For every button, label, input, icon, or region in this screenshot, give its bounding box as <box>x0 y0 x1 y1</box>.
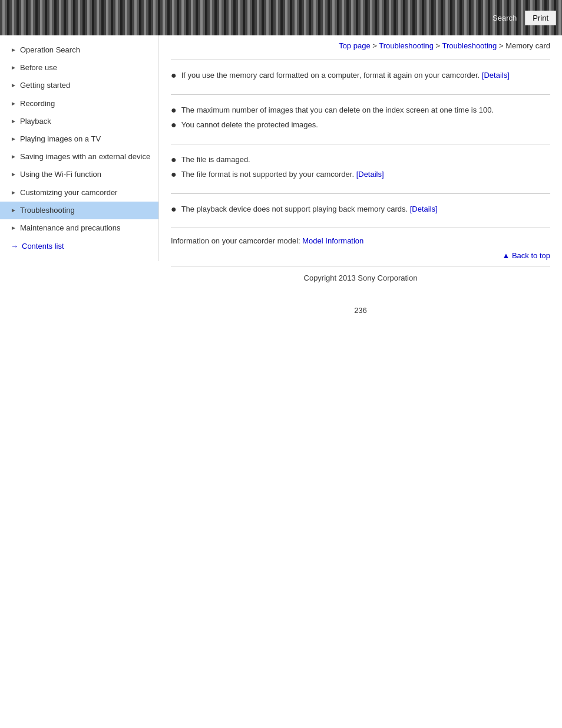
sidebar-item-label: Playing images on a TV <box>20 134 101 144</box>
search-button[interactable]: Search <box>488 11 521 25</box>
model-info-text: Information on your camcorder model: <box>171 236 300 245</box>
back-to-top: ▲ Back to top <box>171 249 550 266</box>
bullet-text: The file format is not supported by your… <box>181 169 384 180</box>
contents-list-link[interactable]: → Contents list <box>0 237 158 255</box>
bullet-item: ● If you use the memory card formatted o… <box>171 70 550 81</box>
bullet-item: ● The playback device does not support p… <box>171 203 550 215</box>
sidebar-item-2[interactable]: ►Getting started <box>0 77 158 94</box>
sidebar: ►Operation Search►Before use►Getting sta… <box>0 35 159 261</box>
main-content: Top page > Troubleshooting > Troubleshoo… <box>159 35 562 327</box>
back-to-top-link[interactable]: ▲ Back to top <box>502 251 550 260</box>
sidebar-item-8[interactable]: ►Customizing your camcorder <box>0 184 158 202</box>
breadcrumb-part1[interactable]: Troubleshooting <box>379 41 434 50</box>
bullet-text: The maximum number of images that you ca… <box>181 104 494 116</box>
sidebar-item-0[interactable]: ►Operation Search <box>0 41 158 59</box>
bullet-icon: ● <box>171 120 177 130</box>
sidebar-item-5[interactable]: ►Playing images on a TV <box>0 130 158 148</box>
page-layout: ►Operation Search►Before use►Getting sta… <box>0 35 562 327</box>
footer-copyright: Copyright 2013 Sony Corporation <box>171 266 550 294</box>
sidebar-arrow-icon: ► <box>11 224 16 232</box>
bullet-text: If you use the memory card formatted on … <box>181 70 510 81</box>
sidebar-arrow-icon: ► <box>11 206 16 215</box>
sidebar-item-10[interactable]: ►Maintenance and precautions <box>0 219 158 237</box>
section-0: ● If you use the memory card formatted o… <box>171 60 550 94</box>
sidebar-item-3[interactable]: ►Recording <box>0 95 158 113</box>
sidebar-arrow-icon: ► <box>11 81 16 90</box>
section-2: ● The file is damaged. ● The file format… <box>171 144 550 193</box>
sidebar-arrow-icon: ► <box>11 153 16 161</box>
sidebar-item-label: Operation Search <box>20 45 80 55</box>
bullet-item: ● You cannot delete the protected images… <box>171 119 550 131</box>
page-number: 236 <box>171 294 550 315</box>
bullet-icon: ● <box>171 155 177 164</box>
bullet-icon: ● <box>171 71 177 80</box>
print-button[interactable]: Print <box>525 11 556 25</box>
bullet-icon: ● <box>171 205 177 214</box>
bullet-item: ● The maximum number of images that you … <box>171 104 550 116</box>
model-information-link[interactable]: Model Information <box>302 236 363 245</box>
sidebar-arrow-icon: ► <box>11 100 16 108</box>
sidebar-item-7[interactable]: ►Using the Wi-Fi function <box>0 166 158 183</box>
sidebar-item-4[interactable]: ►Playback <box>0 113 158 130</box>
details-link[interactable]: [Details] <box>356 170 384 179</box>
sidebar-item-label: Saving images with an external device <box>20 151 150 162</box>
sidebar-item-label: Using the Wi-Fi function <box>20 169 101 180</box>
breadcrumb-part3: Memory card <box>505 41 550 50</box>
details-link[interactable]: [Details] <box>410 205 438 213</box>
sidebar-arrow-icon: ► <box>11 170 16 179</box>
sidebar-item-label: Customizing your camcorder <box>20 187 117 198</box>
model-info: Information on your camcorder model: Mod… <box>171 228 550 249</box>
sidebar-item-9[interactable]: ►Troubleshooting <box>0 202 158 219</box>
sidebar-item-1[interactable]: ►Before use <box>0 59 158 77</box>
bullet-text: The playback device does not support pla… <box>181 203 438 215</box>
section-3: ● The playback device does not support p… <box>171 193 550 228</box>
sidebar-item-label: Getting started <box>20 80 70 91</box>
sidebar-arrow-icon: ► <box>11 117 16 126</box>
details-link[interactable]: [Details] <box>482 71 510 80</box>
bullet-icon: ● <box>171 106 177 115</box>
bullet-icon: ● <box>171 170 177 179</box>
sidebar-arrow-icon: ► <box>11 64 16 72</box>
arrow-right-icon: → <box>11 242 18 251</box>
breadcrumb-top-page[interactable]: Top page <box>339 41 371 50</box>
sidebar-item-label: Maintenance and precautions <box>20 223 121 233</box>
section-1: ● The maximum number of images that you … <box>171 94 550 144</box>
breadcrumb: Top page > Troubleshooting > Troubleshoo… <box>171 35 550 60</box>
copyright-text: Copyright 2013 Sony Corporation <box>304 274 418 282</box>
sidebar-arrow-icon: ► <box>11 46 16 54</box>
sidebar-item-label: Playback <box>20 116 51 127</box>
bullet-item: ● The file is damaged. <box>171 154 550 166</box>
sidebar-item-6[interactable]: ►Saving images with an external device <box>0 148 158 166</box>
bullet-text: The file is damaged. <box>181 154 250 166</box>
sidebar-item-label: Before use <box>20 62 57 73</box>
breadcrumb-part2[interactable]: Troubleshooting <box>442 41 497 50</box>
bullet-item: ● The file format is not supported by yo… <box>171 169 550 180</box>
bullet-text: You cannot delete the protected images. <box>181 119 318 131</box>
sidebar-arrow-icon: ► <box>11 135 16 143</box>
sidebar-item-label: Troubleshooting <box>20 205 75 216</box>
header: Search Print <box>0 0 562 35</box>
sidebar-item-label: Recording <box>20 98 55 109</box>
sidebar-arrow-icon: ► <box>11 189 16 197</box>
contents-list-label: Contents list <box>22 242 64 251</box>
